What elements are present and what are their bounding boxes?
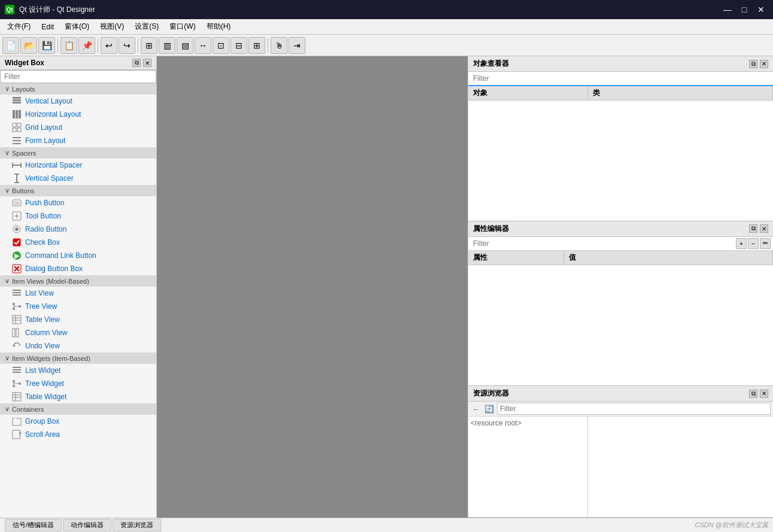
resource-browser-float[interactable]: ⧉ — [749, 390, 757, 398]
toolbar-layout3[interactable]: ▤ — [177, 37, 193, 54]
menu-form[interactable]: 窗体(O) — [60, 20, 94, 33]
scroll-area-icon — [12, 430, 22, 439]
menu-edit[interactable]: Edit — [37, 22, 59, 32]
property-editor-float[interactable]: ⧉ — [749, 224, 757, 233]
property-editor-panel: 属性编辑器 ⧉ ✕ + − ✏ 属性 值 — [468, 221, 773, 387]
maximize-button[interactable]: □ — [737, 4, 751, 16]
toolbar-redo[interactable]: ↪ — [119, 37, 135, 54]
resource-browser-close[interactable]: ✕ — [760, 390, 768, 398]
tab-resource-browser[interactable]: 资源浏览器 — [113, 519, 161, 531]
svg-rect-7 — [17, 123, 21, 127]
object-inspector-table-header: 对象 类 — [468, 86, 773, 101]
svg-rect-5 — [19, 110, 21, 118]
category-item-views[interactable]: ∨ Item Views (Model-Based) — [0, 275, 156, 287]
resource-browser-filter[interactable] — [497, 403, 771, 415]
title-bar-controls: — □ ✕ — [720, 4, 768, 16]
tab-signal-slot-editor[interactable]: 信号/槽编辑器 — [5, 519, 62, 531]
grid-layout-icon — [12, 123, 22, 132]
menu-window[interactable]: 窗口(W) — [165, 20, 200, 33]
widget-command-link-button[interactable]: ▶ Command Link Button — [0, 249, 156, 262]
svg-rect-32 — [13, 290, 21, 291]
widget-push-button[interactable]: OK Push Button — [0, 196, 156, 209]
menu-settings[interactable]: 设置(S) — [130, 20, 163, 33]
widget-tree-widget[interactable]: Tree Widget — [0, 377, 156, 390]
widget-table-view[interactable]: Table View — [0, 313, 156, 326]
property-editor-filter-icons: + − ✏ — [736, 238, 771, 249]
category-item-widgets[interactable]: ∨ Item Widgets (Item-Based) — [0, 352, 156, 364]
canvas-area[interactable] — [157, 56, 468, 518]
widget-box-float[interactable]: ⧉ — [132, 59, 141, 67]
widget-check-box[interactable]: Check Box — [0, 236, 156, 249]
toolbar-sep-2 — [98, 38, 98, 53]
object-inspector-filter[interactable] — [471, 73, 771, 84]
toolbar-open[interactable]: 📂 — [20, 37, 37, 54]
minimize-button[interactable]: — — [720, 4, 735, 16]
widget-undo-view[interactable]: Undo View — [0, 339, 156, 352]
widget-vertical-spacer[interactable]: Vertical Spacer — [0, 172, 156, 185]
widget-box-close[interactable]: ✕ — [143, 59, 151, 67]
toolbar-layout7[interactable]: ⊞ — [248, 37, 265, 54]
design-canvas[interactable] — [157, 56, 468, 518]
widget-vertical-layout[interactable]: Vertical Layout — [0, 95, 156, 108]
toolbar-new[interactable]: 📄 — [2, 37, 19, 54]
widget-radio-button[interactable]: Radio Button — [0, 223, 156, 236]
widget-form-layout[interactable]: Form Layout — [0, 134, 156, 147]
widget-list-widget[interactable]: List Widget — [0, 364, 156, 377]
resource-back-icon[interactable]: ← — [471, 403, 481, 414]
property-editor-controls: ⧉ ✕ — [749, 224, 768, 233]
widget-group-box[interactable]: ▪ Group Box — [0, 415, 156, 428]
object-inspector-title: 对象查看器 — [473, 59, 509, 69]
resource-refresh-icon[interactable]: 🔄 — [484, 403, 495, 414]
resource-browser-header: 资源浏览器 ⧉ ✕ — [468, 386, 773, 402]
widget-tool-button[interactable]: Tool Button — [0, 209, 156, 223]
toolbar-copy[interactable]: 📋 — [60, 37, 77, 54]
toolbar-layout5[interactable]: ⊡ — [213, 37, 229, 54]
close-button[interactable]: ✕ — [754, 4, 768, 16]
horizontal-layout-icon — [12, 110, 22, 119]
menu-view[interactable]: 视图(V) — [95, 20, 129, 33]
main-layout: Widget Box ⧉ ✕ ∨ Layouts Vertical Layout — [0, 56, 773, 518]
toolbar-undo[interactable]: ↩ — [101, 37, 117, 54]
column-view-icon — [12, 328, 22, 338]
toolbar-layout4[interactable]: ↔ — [195, 37, 211, 54]
menu-help[interactable]: 帮助(H) — [202, 20, 236, 33]
toolbar-layout2[interactable]: ▥ — [159, 37, 175, 54]
toolbar-layout6[interactable]: ⊟ — [231, 37, 247, 54]
widget-dialog-button-box[interactable]: Dialog Button Box — [0, 262, 156, 275]
widget-horizontal-spacer[interactable]: Horizontal Spacer — [0, 159, 156, 172]
category-containers[interactable]: ∨ Containers — [0, 403, 156, 415]
list-widget-icon — [12, 366, 22, 375]
toolbar-save[interactable]: 💾 — [38, 37, 55, 54]
svg-rect-62 — [13, 430, 20, 439]
toolbar-paste[interactable]: 📌 — [78, 37, 95, 54]
category-buttons[interactable]: ∨ Buttons — [0, 185, 156, 196]
category-spacers[interactable]: ∨ Spacers — [0, 147, 156, 159]
widget-column-view[interactable]: Column View — [0, 326, 156, 339]
toolbar-tab[interactable]: ⇥ — [289, 37, 305, 54]
toolbar-layout1[interactable]: ⊞ — [141, 37, 157, 54]
category-layouts[interactable]: ∨ Layouts — [0, 83, 156, 95]
widget-table-widget[interactable]: Table Widget — [0, 390, 156, 403]
object-inspector-controls: ⧉ ✕ — [749, 60, 768, 68]
object-inspector-float[interactable]: ⧉ — [749, 60, 757, 68]
property-remove-btn[interactable]: − — [748, 238, 759, 249]
object-inspector-close[interactable]: ✕ — [760, 60, 768, 68]
property-editor-close[interactable]: ✕ — [760, 224, 768, 233]
menu-file[interactable]: 文件(F) — [2, 20, 35, 33]
toolbar: 📄 📂 💾 📋 📌 ↩ ↪ ⊞ ▥ ▤ ↔ ⊡ ⊟ ⊞ 🖱 ⇥ — [0, 35, 773, 56]
svg-rect-3 — [13, 110, 15, 118]
property-add-btn[interactable]: + — [736, 238, 747, 249]
widget-box-filter[interactable] — [0, 70, 156, 83]
list-view-icon — [12, 288, 22, 298]
property-editor-filter[interactable] — [471, 238, 736, 249]
widget-tree-view[interactable]: Tree View — [0, 300, 156, 313]
toolbar-pointer[interactable]: 🖱 — [271, 37, 287, 54]
attr-col-header: 属性 — [468, 251, 564, 265]
tab-action-editor[interactable]: 动作编辑器 — [63, 519, 111, 531]
toolbar-sep-1 — [57, 38, 58, 53]
widget-list-view[interactable]: List View — [0, 287, 156, 300]
widget-horizontal-layout[interactable]: Horizontal Layout — [0, 108, 156, 121]
widget-grid-layout[interactable]: Grid Layout — [0, 121, 156, 134]
property-edit-btn[interactable]: ✏ — [760, 238, 771, 249]
widget-scroll-area[interactable]: Scroll Area — [0, 428, 156, 441]
